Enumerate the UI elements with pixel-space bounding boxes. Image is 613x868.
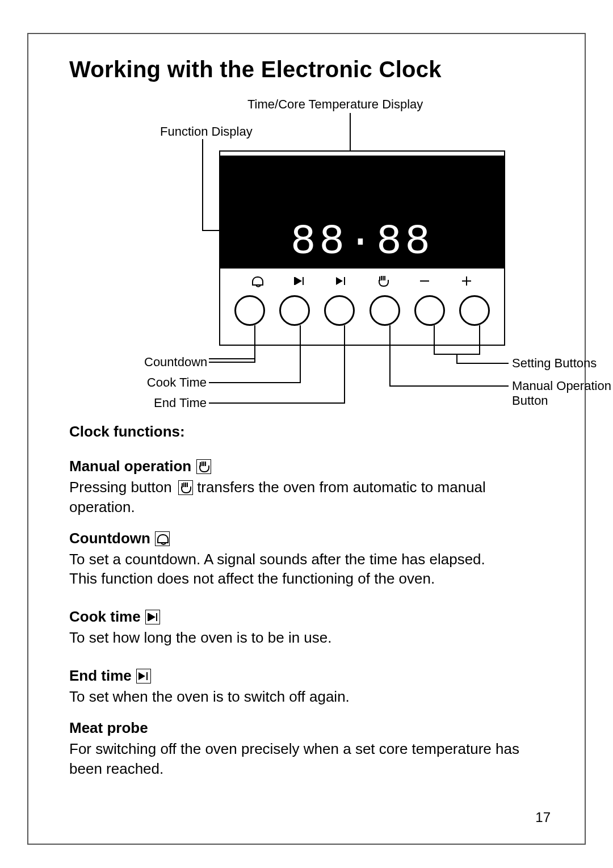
- cooktime-icon: [294, 276, 304, 286]
- label-function-display: Function Display: [160, 124, 253, 139]
- section-body: For switching off the oven precisely whe…: [69, 739, 551, 779]
- clock-diagram: Time/Core Temperature Display Function D…: [117, 97, 503, 415]
- icon-row: [220, 272, 504, 290]
- label-setting-buttons: Setting Buttons: [512, 356, 597, 371]
- section-body: Pressing button transfers the oven from …: [69, 477, 551, 517]
- label-manual-op-l2: Button: [512, 393, 548, 408]
- page-title: Working with the Electronic Clock: [69, 57, 551, 82]
- label-manual-op-l1: Manual Operation: [512, 379, 611, 393]
- button-manual-op[interactable]: [370, 295, 400, 326]
- button-cook-time[interactable]: [279, 295, 310, 326]
- display-area: [220, 156, 504, 220]
- button-row: [220, 292, 504, 329]
- digit-display: 88·88: [220, 217, 504, 269]
- section-cook-time: Cook time To set how long the oven is to…: [69, 608, 551, 648]
- clock-panel: 88·88: [219, 150, 505, 346]
- endtime-icon: [136, 669, 151, 684]
- button-countdown[interactable]: [234, 295, 265, 326]
- section-body: To set a countdown. A signal sounds afte…: [69, 550, 551, 589]
- bell-icon: [155, 531, 170, 546]
- label-end-time: End Time: [152, 396, 207, 410]
- cooktime-icon: [145, 610, 160, 624]
- label-countdown: Countdown: [144, 355, 207, 370]
- page-number: 17: [535, 810, 551, 825]
- section-body: To set how long the oven is to be in use…: [69, 628, 551, 648]
- section-meat-probe: Meat probe For switching off the oven pr…: [69, 719, 551, 779]
- minus-icon: [420, 276, 430, 286]
- section-countdown: Countdown To set a countdown. A signal s…: [69, 530, 551, 589]
- button-plus[interactable]: [459, 295, 490, 326]
- label-time-core-temp: Time/Core Temperature Display: [247, 97, 423, 112]
- button-minus[interactable]: [414, 295, 445, 326]
- section-manual-operation: Manual operation Pressing button transfe…: [69, 458, 551, 517]
- endtime-icon: [336, 276, 346, 286]
- section-end-time: End time To set when the oven is to swit…: [69, 667, 551, 707]
- label-cook-time: Cook Time: [146, 375, 207, 390]
- clock-functions-heading: Clock functions:: [69, 423, 551, 441]
- plus-icon: [462, 276, 472, 286]
- hand-icon: [178, 480, 193, 495]
- hand-icon: [196, 459, 211, 474]
- button-end-time[interactable]: [324, 295, 355, 326]
- bell-icon: [252, 276, 262, 286]
- hand-icon: [378, 276, 388, 286]
- section-body: To set when the oven is to switch off ag…: [69, 687, 551, 707]
